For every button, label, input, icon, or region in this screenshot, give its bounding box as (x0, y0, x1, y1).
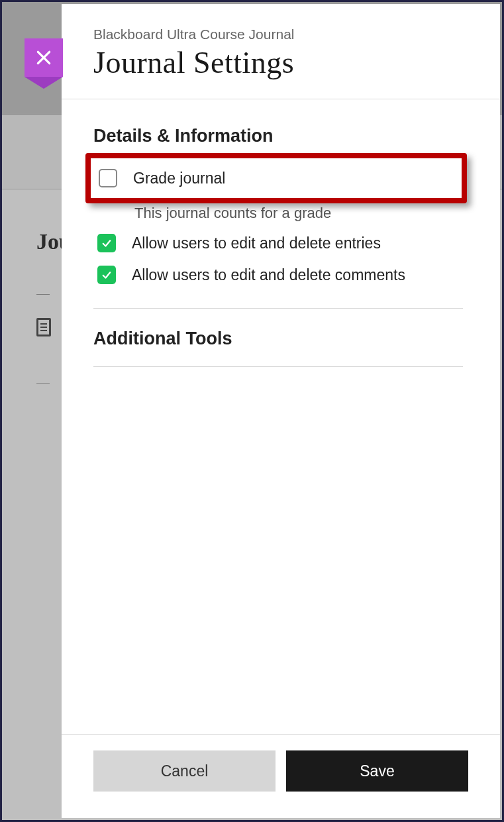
allow-edit-entries-label: Allow users to edit and delete entries (132, 234, 381, 252)
tools-heading: Additional Tools (93, 329, 463, 349)
breadcrumb: Blackboard Ultra Course Journal (93, 26, 468, 42)
close-button[interactable] (25, 38, 63, 77)
panel-header: Blackboard Ultra Course Journal Journal … (62, 4, 500, 99)
section-divider (93, 308, 463, 309)
allow-edit-comments-checkbox[interactable] (97, 266, 116, 284)
allow-edit-comments-option[interactable]: Allow users to edit and delete comments (93, 259, 463, 291)
document-icon (36, 318, 51, 336)
grade-journal-callout: Grade journal (85, 153, 467, 203)
grade-journal-label: Grade journal (133, 170, 225, 187)
check-icon (101, 237, 113, 249)
cancel-button[interactable]: Cancel (93, 750, 276, 792)
section-divider (93, 366, 463, 367)
page-title: Journal Settings (93, 45, 468, 80)
journal-settings-panel: Blackboard Ultra Course Journal Journal … (62, 4, 500, 818)
panel-footer: Cancel Save (62, 734, 500, 818)
allow-edit-comments-label: Allow users to edit and delete comments (132, 266, 405, 284)
save-button[interactable]: Save (286, 750, 468, 792)
grade-journal-option[interactable]: Grade journal (95, 169, 462, 187)
grade-journal-checkbox[interactable] (99, 169, 117, 187)
close-icon (35, 49, 52, 66)
allow-edit-entries-option[interactable]: Allow users to edit and delete entries (93, 227, 463, 259)
details-heading: Details & Information (93, 126, 463, 146)
allow-edit-entries-checkbox[interactable] (97, 234, 116, 252)
check-icon (101, 269, 113, 281)
grade-journal-description: This journal counts for a grade (93, 205, 463, 222)
panel-body: Details & Information Grade journal This… (62, 99, 500, 734)
